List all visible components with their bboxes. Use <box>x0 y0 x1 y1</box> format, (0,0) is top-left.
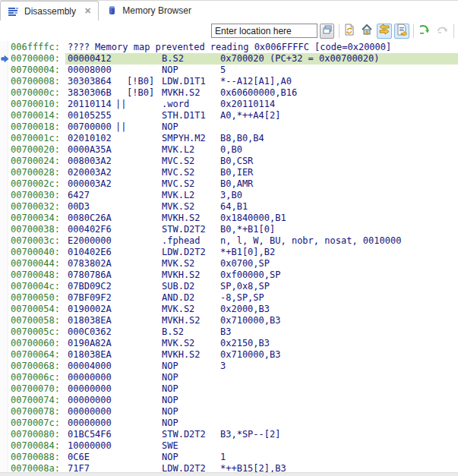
operands: 3 <box>220 361 226 372</box>
disassembly-row[interactable]: 0070003c: E2000000 .fphead n, l, W, BU, … <box>0 235 458 247</box>
refresh-button[interactable] <box>342 24 357 39</box>
operands: A0,*++A4[2] <box>220 110 280 121</box>
mnemonic: NOP <box>162 395 178 406</box>
disassembly-row[interactable]: 0070002c: 000003A2 MVC.S2 B0,AMR <box>0 178 458 190</box>
disassembly-toolbar <box>0 20 458 41</box>
opcode: E2000000 <box>68 235 112 247</box>
disassembly-row[interactable]: 00700028: 020003A2 MVC.S2 B0,IER <box>0 167 458 178</box>
disassembly-row[interactable]: 0070004c: 07BD09C2 SUB.D2 SP,0x8,SP <box>0 281 458 292</box>
disassembly-row[interactable]: 00700058: 018038EA MVKH.S2 0x710000,B3 <box>0 315 458 326</box>
predicate: [!B0] <box>127 87 154 99</box>
show-source-button[interactable] <box>394 24 409 39</box>
disassembly-row[interactable]: 00700018: 00700000 || NOP <box>0 121 458 133</box>
sync-navigation-button[interactable] <box>377 24 392 39</box>
view-tab-bar: Disassembly ✕ Memory Browser <box>0 1 458 20</box>
disassembly-row[interactable]: 00700050: 07BF09F2 AND.D2 -8,SP,SP <box>0 292 458 304</box>
disassembly-row[interactable]: 00700070: 00000000 NOP <box>0 383 458 395</box>
disassembly-row[interactable]: 00700024: 008003A2 MVC.S2 B0,CSR <box>0 156 458 167</box>
mnemonic: NOP <box>162 406 178 418</box>
disassembly-row[interactable]: 00700038: 000402F6 STW.D2T2 B0,*+B1[0] <box>0 224 458 235</box>
disassembly-row[interactable]: 00700020: 0000A35A MVK.L2 0,B0 <box>0 144 458 156</box>
operands: 0x1840000,B1 <box>220 213 286 224</box>
mnemonic: MVK.L2 <box>162 144 194 156</box>
opcode: 10000000 <box>68 440 112 452</box>
operands: 0x60600000,B16 <box>220 87 297 99</box>
operands: n, l, W, BU, nobr, nosat, 0010000 <box>220 235 401 247</box>
navigate-forward-button[interactable] <box>434 24 450 39</box>
bottom-scrollbar-strip[interactable] <box>0 472 458 476</box>
opcode: 0190002A <box>68 304 112 315</box>
disassembly-row[interactable]: 00700068: 00004000 NOP 3 <box>0 361 458 372</box>
disassembly-row[interactable]: 00700074: 00000000 NOP <box>0 395 458 406</box>
mnemonic: NOP <box>162 65 178 76</box>
disassembly-row[interactable]: 0070001c: 02010102 SMPYH.M2 B8,B0,B4 <box>0 133 458 144</box>
operands: 64,B1 <box>220 201 248 213</box>
disassembly-row[interactable]: 00700054: 0190002A MVK.S2 0x2000,B3 <box>0 304 458 315</box>
mnemonic: NOP <box>162 452 178 463</box>
disassembly-row[interactable]: 00700044: 0783802A MVK.S2 0x0700,SP <box>0 258 458 270</box>
sync-arrows-icon <box>378 24 390 39</box>
disassembly-row[interactable]: 006ffffc: ???? Memory map prevented read… <box>0 42 458 53</box>
location-input[interactable] <box>211 24 317 38</box>
opcode: 00000412 <box>68 53 112 65</box>
opcode: 6427 <box>68 190 90 201</box>
opcode: 0000A35A <box>68 144 112 156</box>
disassembly-row[interactable]: 00700088: 0C6E NOP 1 <box>0 452 458 463</box>
disassembly-row[interactable]: 00700080: 01BC54F6 STW.D2T2 B3,*SP--[2] <box>0 429 458 440</box>
tab-disassembly[interactable]: Disassembly ✕ <box>0 1 99 20</box>
disassembly-row[interactable]: 00700004: 00008000 NOP 5 <box>0 65 458 76</box>
mnemonic: SMPYH.M2 <box>162 133 206 144</box>
disassembly-row[interactable]: 00700060: 0190A82A MVK.S2 0x2150,B3 <box>0 338 458 349</box>
home-icon <box>361 24 373 39</box>
opcode: 0783802A <box>68 258 112 270</box>
disassembly-row[interactable]: 00700078: 00000000 NOP <box>0 406 458 418</box>
disassembly-row[interactable]: 00700014: 00105255 STH.D1T1 A0,*++A4[2] <box>0 110 458 121</box>
disassembly-row[interactable]: 00700010: 20110114 || .word 0x20110114 <box>0 99 458 110</box>
mnemonic: MVK.S2 <box>162 258 194 270</box>
opcode: 00D3 <box>68 201 90 213</box>
parallel-bars: || <box>115 121 126 133</box>
opcode: 018038EA <box>68 349 112 361</box>
operands: B0,IER <box>220 167 253 178</box>
opcode: 02010102 <box>68 133 112 144</box>
operands: B0,AMR <box>220 178 253 190</box>
opcode: 00105255 <box>68 110 112 121</box>
address: 00700074: <box>11 395 60 406</box>
address: 00700044: <box>11 258 60 270</box>
navigate-back-button[interactable] <box>417 24 432 39</box>
disassembly-row[interactable]: 0070007c: 00000000 NOP <box>0 418 458 429</box>
disassembly-row[interactable]: 00700008: 30303864 [!B0] LDW.D1T1 *--A12… <box>0 76 458 87</box>
error-text: ???? Memory map prevented reading 0x006F… <box>68 42 391 53</box>
disassembly-row[interactable]: 0070006c: 00000000 NOP <box>0 372 458 383</box>
address: 0070001c: <box>11 133 60 144</box>
home-button[interactable] <box>359 24 374 39</box>
address: 0070006c: <box>11 372 60 383</box>
disassembly-row[interactable]: 00700084: 10000000 SWE <box>0 440 458 452</box>
opcode: 010402E6 <box>68 247 112 258</box>
opcode: 00000000 <box>68 418 112 429</box>
disassembly-row[interactable]: 00700032: 00D3 MVK.S2 64,B1 <box>0 201 458 213</box>
opcode: 00004000 <box>68 361 112 372</box>
address: 0070003c: <box>11 235 60 247</box>
disassembly-row[interactable]: 00700064: 018038EA MVKH.S2 0x710000,B3 <box>0 349 458 361</box>
location-history-button[interactable] <box>320 24 334 39</box>
close-icon[interactable]: ✕ <box>84 6 91 16</box>
memory-icon <box>106 5 118 17</box>
disassembly-row[interactable]: 00700000: 00000412 B.S2 0x700020 (PC+32 … <box>0 53 458 65</box>
disassembly-row[interactable]: 00700048: 0780786A MVKH.S2 0xf00000,SP <box>0 270 458 281</box>
opcode: 0190A82A <box>68 338 112 349</box>
disassembly-row[interactable]: 0070008a: 71F7 LDW.D2T2 *++B15[2],B3 <box>0 463 458 472</box>
disassembly-row[interactable]: 00700030: 6427 MVK.L2 3,B0 <box>0 190 458 201</box>
disassembly-row[interactable]: 0070000c: 3830306B [!B0] MVKH.S2 0x60600… <box>0 87 458 99</box>
opcode: 01BC54F6 <box>68 429 112 440</box>
disassembly-row[interactable]: 0070005c: 000C0362 B.S2 B3 <box>0 326 458 338</box>
disassembly-row[interactable]: 00700034: 0080C26A MVKH.S2 0x1840000,B1 <box>0 213 458 224</box>
address: 00700018: <box>11 121 60 133</box>
tab-memory-browser[interactable]: Memory Browser <box>99 1 198 20</box>
operands: -8,SP,SP <box>220 292 264 304</box>
disassembly-row[interactable]: 00700040: 010402E6 LDW.D2T2 *+B1[0],B2 <box>0 247 458 258</box>
mnemonic: MVKH.S2 <box>162 315 201 326</box>
operands: 0x20110114 <box>220 99 275 110</box>
opcode: 000003A2 <box>68 178 112 190</box>
address: 00700088: <box>11 452 60 463</box>
